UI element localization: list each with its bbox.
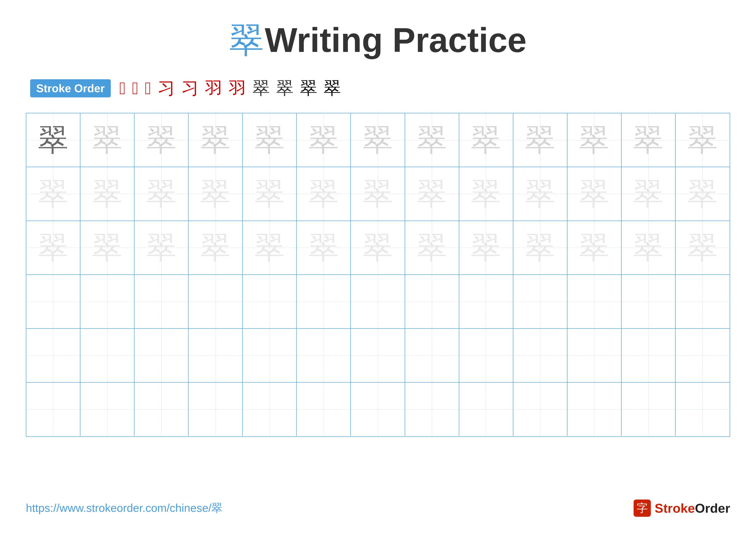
grid-cell-3-10[interactable]: 翠 [513,221,567,274]
grid-cell-6-13[interactable] [676,383,730,436]
practice-char: 翠 [309,233,339,263]
grid-cell-3-5[interactable]: 翠 [243,221,297,274]
grid-cell-4-10[interactable] [513,275,567,328]
grid-cell-5-11[interactable] [567,329,622,382]
practice-char: 翠 [309,125,339,155]
grid-cell-4-5[interactable] [243,275,297,328]
grid-cell-2-9[interactable]: 翠 [459,167,513,220]
grid-cell-2-11[interactable]: 翠 [567,167,622,220]
grid-cell-5-9[interactable] [459,329,513,382]
practice-char: 翠 [633,233,663,263]
practice-char: 翠 [525,125,555,155]
grid-cell-6-4[interactable] [189,383,243,436]
grid-cell-1-3[interactable]: 翠 [134,113,189,167]
grid-cell-2-2[interactable]: 翠 [80,167,134,220]
grid-cell-6-1[interactable] [26,383,80,436]
grid-cell-1-12[interactable]: 翠 [622,113,676,167]
grid-cell-3-1[interactable]: 翠 [26,221,80,274]
grid-cell-5-3[interactable] [134,329,189,382]
grid-cell-2-12[interactable]: 翠 [622,167,676,220]
practice-char: 翠 [255,233,285,263]
grid-cell-3-4[interactable]: 翠 [189,221,243,274]
grid-cell-2-4[interactable]: 翠 [189,167,243,220]
grid-cell-4-11[interactable] [567,275,622,328]
grid-cell-3-9[interactable]: 翠 [459,221,513,274]
grid-cell-1-2[interactable]: 翠 [80,113,134,167]
practice-char: 翠 [92,125,122,155]
grid-cell-4-12[interactable] [622,275,676,328]
practice-char: 翠 [38,125,68,155]
grid-cell-1-4[interactable]: 翠 [189,113,243,167]
grid-cell-1-11[interactable]: 翠 [567,113,622,167]
grid-cell-1-13[interactable]: 翠 [676,113,730,167]
practice-char: 翠 [146,179,176,209]
practice-char: 翠 [146,233,176,263]
grid-cell-6-6[interactable] [297,383,351,436]
grid-cell-6-11[interactable] [567,383,622,436]
grid-cell-2-3[interactable]: 翠 [134,167,189,220]
grid-cell-4-8[interactable] [405,275,459,328]
grid-cell-3-7[interactable]: 翠 [351,221,405,274]
grid-cell-3-2[interactable]: 翠 [80,221,134,274]
grid-cell-6-5[interactable] [243,383,297,436]
grid-cell-2-13[interactable]: 翠 [676,167,730,220]
grid-cell-5-13[interactable] [676,329,730,382]
grid-row-5 [26,329,730,383]
grid-cell-1-6[interactable]: 翠 [297,113,351,167]
grid-cell-5-4[interactable] [189,329,243,382]
grid-cell-2-10[interactable]: 翠 [513,167,567,220]
grid-cell-3-8[interactable]: 翠 [405,221,459,274]
grid-cell-6-10[interactable] [513,383,567,436]
grid-cell-2-1[interactable]: 翠 [26,167,80,220]
grid-cell-5-7[interactable] [351,329,405,382]
grid-cell-5-5[interactable] [243,329,297,382]
grid-cell-6-8[interactable] [405,383,459,436]
grid-cell-4-6[interactable] [297,275,351,328]
grid-cell-2-7[interactable]: 翠 [351,167,405,220]
stroke-step-10: 翠 [300,77,317,100]
stroke-step-7: 羽 [229,77,246,100]
grid-cell-1-9[interactable]: 翠 [459,113,513,167]
grid-cell-3-13[interactable]: 翠 [676,221,730,274]
grid-cell-1-5[interactable]: 翠 [243,113,297,167]
grid-cell-4-1[interactable] [26,275,80,328]
grid-cell-3-12[interactable]: 翠 [622,221,676,274]
grid-cell-5-6[interactable] [297,329,351,382]
grid-cell-4-13[interactable] [676,275,730,328]
grid-cell-5-8[interactable] [405,329,459,382]
practice-char: 翠 [201,233,230,263]
grid-cell-4-9[interactable] [459,275,513,328]
grid-cell-5-12[interactable] [622,329,676,382]
grid-cell-2-8[interactable]: 翠 [405,167,459,220]
grid-cell-3-3[interactable]: 翠 [134,221,189,274]
practice-char: 翠 [688,125,717,155]
stroke-step-8: 翠 [253,77,270,100]
grid-cell-5-1[interactable] [26,329,80,382]
grid-cell-1-1[interactable]: 翠 [26,113,80,167]
grid-cell-6-12[interactable] [622,383,676,436]
grid-cell-5-2[interactable] [80,329,134,382]
grid-cell-1-10[interactable]: 翠 [513,113,567,167]
grid-cell-3-11[interactable]: 翠 [567,221,622,274]
grid-cell-6-3[interactable] [134,383,189,436]
grid-cell-2-6[interactable]: 翠 [297,167,351,220]
grid-cell-6-9[interactable] [459,383,513,436]
practice-char: 翠 [471,179,501,209]
grid-cell-1-8[interactable]: 翠 [405,113,459,167]
footer-url[interactable]: https://www.strokeorder.com/chinese/翠 [26,501,223,516]
stroke-step-4: 习 [158,77,175,100]
grid-cell-4-3[interactable] [134,275,189,328]
grid-cell-3-6[interactable]: 翠 [297,221,351,274]
grid-cell-4-4[interactable] [189,275,243,328]
grid-cell-6-7[interactable] [351,383,405,436]
grid-cell-1-7[interactable]: 翠 [351,113,405,167]
grid-cell-5-10[interactable] [513,329,567,382]
grid-cell-2-5[interactable]: 翠 [243,167,297,220]
grid-cell-4-2[interactable] [80,275,134,328]
page: 翠 Writing Practice Stroke Order 𠃌 𠃌 𠃌 习 … [0,0,756,534]
practice-char: 翠 [525,179,555,209]
title-area: 翠 Writing Practice [26,17,730,64]
grid-cell-4-7[interactable] [351,275,405,328]
grid-row-6 [26,383,730,436]
grid-cell-6-2[interactable] [80,383,134,436]
